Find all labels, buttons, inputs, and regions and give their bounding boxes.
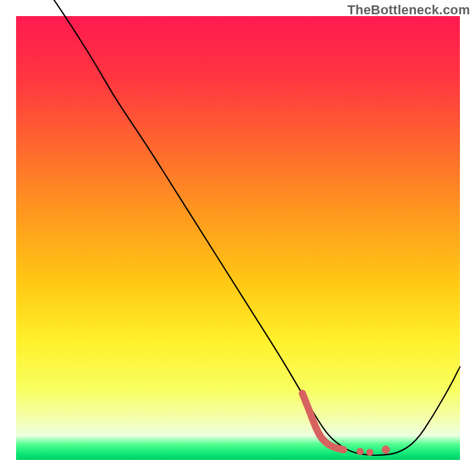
bottleneck-chart	[0, 0, 476, 476]
optimal-dot	[367, 449, 374, 456]
optimal-dot	[381, 446, 390, 454]
heat-gradient-background	[16, 16, 460, 460]
chart-container: TheBottleneck.com	[0, 0, 476, 476]
optimal-dot	[356, 448, 364, 455]
